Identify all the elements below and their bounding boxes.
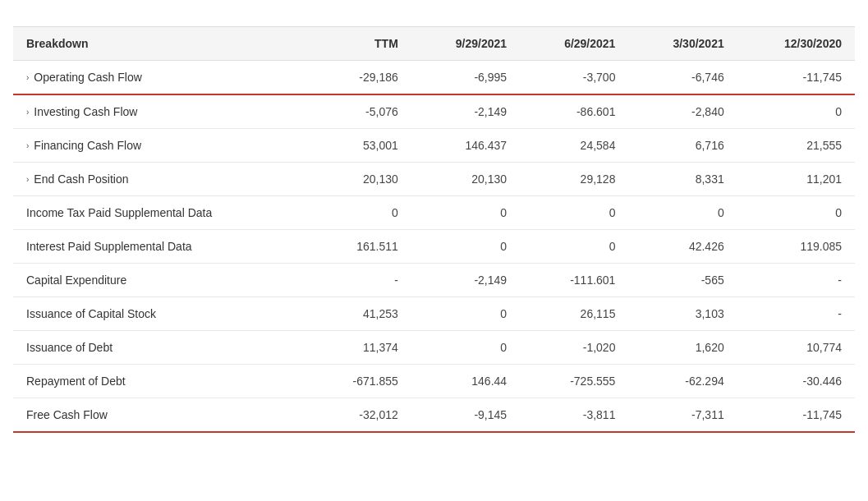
table-header: BreakdownTTM9/29/20216/29/20213/30/20211… <box>13 27 855 61</box>
row-investing-cash-flow: ›Investing Cash Flow-5,076-2,149-86.601-… <box>13 94 855 129</box>
cash-flow-table: BreakdownTTM9/29/20216/29/20213/30/20211… <box>13 26 855 433</box>
cell-label-investing-cash-flow[interactable]: ›Investing Cash Flow <box>13 94 310 129</box>
cell-value-interest-paid-1: 0 <box>411 230 520 264</box>
cell-value-issuance-capital-stock-1: 0 <box>411 297 520 331</box>
cell-value-repayment-debt-2: -725.555 <box>520 365 628 398</box>
cell-value-capital-expenditure-4: - <box>737 264 855 297</box>
row-income-tax-paid: Income Tax Paid Supplemental Data00000 <box>13 196 855 230</box>
cell-value-issuance-capital-stock-2: 26,115 <box>520 297 628 331</box>
cell-label-capital-expenditure: Capital Expenditure <box>13 264 310 297</box>
cell-value-end-cash-position-3: 8,331 <box>628 163 737 196</box>
cell-value-capital-expenditure-2: -111.601 <box>520 264 628 297</box>
cell-value-issuance-debt-0: 11,374 <box>310 331 411 365</box>
header-col-5: 12/30/2020 <box>737 27 855 61</box>
cell-label-end-cash-position[interactable]: ›End Cash Position <box>13 163 310 196</box>
row-label-financing-cash-flow: Financing Cash Flow <box>34 139 141 152</box>
row-operating-cash-flow: ›Operating Cash Flow-29,186-6,995-3,700-… <box>13 61 855 95</box>
cell-value-income-tax-paid-4: 0 <box>737 196 855 230</box>
cell-value-issuance-debt-4: 10,774 <box>737 331 855 365</box>
table-body: ›Operating Cash Flow-29,186-6,995-3,700-… <box>13 61 855 433</box>
row-capital-expenditure: Capital Expenditure--2,149-111.601-565- <box>13 264 855 297</box>
cell-value-interest-paid-3: 42.426 <box>628 230 737 264</box>
cell-label-free-cash-flow: Free Cash Flow <box>13 398 310 433</box>
cell-value-end-cash-position-0: 20,130 <box>310 163 411 196</box>
chevron-icon-end-cash-position: › <box>26 175 29 184</box>
chevron-icon-investing-cash-flow: › <box>26 108 29 117</box>
cell-label-repayment-debt: Repayment of Debt <box>13 365 310 398</box>
cell-value-income-tax-paid-3: 0 <box>628 196 737 230</box>
cell-value-interest-paid-0: 161.511 <box>310 230 411 264</box>
cell-value-interest-paid-4: 119.085 <box>737 230 855 264</box>
chevron-icon-financing-cash-flow: › <box>26 141 29 150</box>
cell-value-investing-cash-flow-1: -2,149 <box>411 94 520 129</box>
header-col-3: 6/29/2021 <box>520 27 628 61</box>
expandable-label-investing-cash-flow: ›Investing Cash Flow <box>26 105 297 118</box>
row-repayment-debt: Repayment of Debt-671.855146.44-725.555-… <box>13 365 855 398</box>
cell-value-operating-cash-flow-4: -11,745 <box>737 61 855 95</box>
header-col-2: 9/29/2021 <box>411 27 520 61</box>
header-col-1: TTM <box>310 27 411 61</box>
cell-value-end-cash-position-4: 11,201 <box>737 163 855 196</box>
cell-label-issuance-debt: Issuance of Debt <box>13 331 310 365</box>
cell-value-operating-cash-flow-0: -29,186 <box>310 61 411 95</box>
cell-value-financing-cash-flow-3: 6,716 <box>628 129 737 163</box>
cell-value-financing-cash-flow-4: 21,555 <box>737 129 855 163</box>
cell-value-investing-cash-flow-3: -2,840 <box>628 94 737 129</box>
cell-value-free-cash-flow-1: -9,145 <box>411 398 520 433</box>
expandable-label-end-cash-position: ›End Cash Position <box>26 172 297 186</box>
cell-value-financing-cash-flow-1: 146.437 <box>411 129 520 163</box>
cell-value-operating-cash-flow-3: -6,746 <box>628 61 737 95</box>
cell-value-income-tax-paid-2: 0 <box>520 196 628 230</box>
cell-label-operating-cash-flow[interactable]: ›Operating Cash Flow <box>13 61 310 95</box>
row-end-cash-position: ›End Cash Position20,13020,13029,1288,33… <box>13 163 855 196</box>
cell-value-free-cash-flow-2: -3,811 <box>520 398 628 433</box>
header-col-0: Breakdown <box>13 27 310 61</box>
cell-value-issuance-debt-2: -1,020 <box>520 331 628 365</box>
header-col-4: 3/30/2021 <box>628 27 737 61</box>
cell-value-issuance-capital-stock-3: 3,103 <box>628 297 737 331</box>
cell-value-issuance-capital-stock-0: 41,253 <box>310 297 411 331</box>
cell-value-investing-cash-flow-0: -5,076 <box>310 94 411 129</box>
cell-value-issuance-capital-stock-4: - <box>737 297 855 331</box>
row-free-cash-flow: Free Cash Flow-32,012-9,145-3,811-7,311-… <box>13 398 855 433</box>
cell-value-operating-cash-flow-1: -6,995 <box>411 61 520 95</box>
cell-value-income-tax-paid-1: 0 <box>411 196 520 230</box>
row-issuance-capital-stock: Issuance of Capital Stock41,253026,1153,… <box>13 297 855 331</box>
cell-value-repayment-debt-0: -671.855 <box>310 365 411 398</box>
cell-value-free-cash-flow-0: -32,012 <box>310 398 411 433</box>
expandable-label-financing-cash-flow: ›Financing Cash Flow <box>26 139 297 152</box>
cell-value-repayment-debt-1: 146.44 <box>411 365 520 398</box>
cell-label-financing-cash-flow[interactable]: ›Financing Cash Flow <box>13 129 310 163</box>
cell-value-free-cash-flow-3: -7,311 <box>628 398 737 433</box>
cell-label-issuance-capital-stock: Issuance of Capital Stock <box>13 297 310 331</box>
cell-value-issuance-debt-3: 1,620 <box>628 331 737 365</box>
row-label-operating-cash-flow: Operating Cash Flow <box>34 71 142 84</box>
cell-value-investing-cash-flow-2: -86.601 <box>520 94 628 129</box>
row-financing-cash-flow: ›Financing Cash Flow53,001146.43724,5846… <box>13 129 855 163</box>
cell-value-capital-expenditure-0: - <box>310 264 411 297</box>
cell-label-interest-paid: Interest Paid Supplemental Data <box>13 230 310 264</box>
row-label-end-cash-position: End Cash Position <box>34 172 128 186</box>
cell-value-free-cash-flow-4: -11,745 <box>737 398 855 433</box>
cell-value-investing-cash-flow-4: 0 <box>737 94 855 129</box>
chevron-icon-operating-cash-flow: › <box>26 73 29 82</box>
cell-value-end-cash-position-2: 29,128 <box>520 163 628 196</box>
row-interest-paid: Interest Paid Supplemental Data161.51100… <box>13 230 855 264</box>
cell-value-end-cash-position-1: 20,130 <box>411 163 520 196</box>
cell-label-income-tax-paid: Income Tax Paid Supplemental Data <box>13 196 310 230</box>
cell-value-financing-cash-flow-0: 53,001 <box>310 129 411 163</box>
expandable-label-operating-cash-flow: ›Operating Cash Flow <box>26 71 297 84</box>
cell-value-financing-cash-flow-2: 24,584 <box>520 129 628 163</box>
cell-value-repayment-debt-4: -30.446 <box>737 365 855 398</box>
header-row: BreakdownTTM9/29/20216/29/20213/30/20211… <box>13 27 855 61</box>
cell-value-operating-cash-flow-2: -3,700 <box>520 61 628 95</box>
cell-value-income-tax-paid-0: 0 <box>310 196 411 230</box>
cell-value-issuance-debt-1: 0 <box>411 331 520 365</box>
row-label-investing-cash-flow: Investing Cash Flow <box>34 105 137 118</box>
row-issuance-debt: Issuance of Debt11,3740-1,0201,62010,774 <box>13 331 855 365</box>
cell-value-capital-expenditure-1: -2,149 <box>411 264 520 297</box>
cell-value-capital-expenditure-3: -565 <box>628 264 737 297</box>
cell-value-interest-paid-2: 0 <box>520 230 628 264</box>
cell-value-repayment-debt-3: -62.294 <box>628 365 737 398</box>
